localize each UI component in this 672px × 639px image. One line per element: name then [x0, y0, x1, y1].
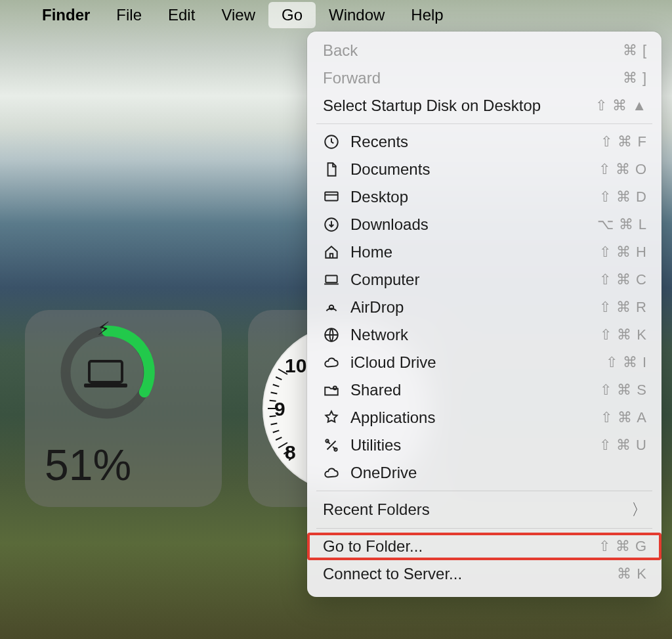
laptop-icon: [83, 357, 129, 390]
menu-item-shared[interactable]: Shared ⇧ ⌘ S: [307, 376, 662, 404]
menu-item-downloads[interactable]: Downloads ⌥ ⌘ L: [307, 211, 662, 238]
menu-label: iCloud Drive: [350, 353, 606, 372]
menu-item-startup-disk[interactable]: Select Startup Disk on Desktop ⇧ ⌘ ▲: [307, 92, 662, 120]
menu-edit[interactable]: Edit: [155, 2, 208, 28]
menu-shortcut: ⇧ ⌘ G: [598, 538, 647, 555]
menu-label: Utilities: [350, 436, 599, 454]
download-icon: [323, 216, 345, 233]
menu-shortcut: ⇧ ⌘ U: [599, 437, 647, 454]
menu-shortcut: ⇧ ⌘ D: [599, 188, 647, 206]
menu-shortcut: ⇧ ⌘ K: [600, 326, 647, 343]
menu-view[interactable]: View: [208, 2, 268, 28]
menu-item-applications[interactable]: Applications ⇧ ⌘ A: [307, 404, 662, 431]
menu-shortcut: ⇧ ⌘ F: [600, 133, 647, 150]
menu-shortcut: ⌘ ]: [623, 70, 647, 87]
menu-shortcut: ⌘ [: [623, 42, 647, 59]
chevron-right-icon: 〉: [631, 499, 647, 520]
menu-item-recent-folders[interactable]: Recent Folders 〉: [307, 495, 662, 524]
menu-shortcut: ⇧ ⌘ O: [598, 161, 647, 178]
menu-item-airdrop[interactable]: AirDrop ⇧ ⌘ R: [307, 294, 662, 321]
menu-label: Back: [323, 41, 623, 60]
airdrop-icon: [323, 299, 345, 316]
menu-label: OneDrive: [350, 464, 647, 482]
computer-icon: [323, 271, 345, 288]
clock-numeral: 9: [274, 398, 285, 420]
menu-item-go-to-folder[interactable]: Go to Folder... ⇧ ⌘ G: [307, 533, 662, 560]
svg-line-8: [273, 385, 280, 387]
cloud-icon: [323, 354, 345, 371]
svg-rect-2: [84, 384, 127, 387]
onedrive-icon: [323, 464, 345, 481]
menu-item-onedrive[interactable]: OneDrive: [307, 459, 662, 487]
menu-item-forward: Forward ⌘ ]: [307, 64, 662, 92]
menu-item-home[interactable]: Home ⇧ ⌘ H: [307, 238, 662, 266]
svg-line-12: [276, 437, 282, 440]
menu-separator: [316, 123, 652, 124]
menu-label: Forward: [323, 69, 623, 87]
battery-percent: 51%: [45, 440, 131, 490]
menu-label: Network: [350, 326, 600, 344]
svg-line-11: [273, 430, 280, 432]
menu-shortcut: ⇧ ⌘ H: [599, 244, 647, 261]
go-menu-dropdown: Back ⌘ [ Forward ⌘ ] Select Startup Disk…: [307, 32, 662, 597]
menu-file[interactable]: File: [103, 2, 155, 28]
home-icon: [323, 244, 345, 261]
menu-shortcut: ⇧ ⌘ I: [606, 354, 647, 371]
menu-item-utilities[interactable]: Utilities ⇧ ⌘ U: [307, 431, 662, 459]
menu-shortcut: ⇧ ⌘ A: [600, 409, 647, 426]
clock-numeral: 8: [285, 441, 296, 464]
menu-label: Recents: [350, 133, 600, 151]
clock-numeral: 10: [285, 355, 306, 377]
menu-item-recents[interactable]: Recents ⇧ ⌘ F: [307, 128, 662, 156]
menu-label: Downloads: [350, 215, 597, 234]
menu-item-network[interactable]: Network ⇧ ⌘ K: [307, 321, 662, 349]
menu-label: Documents: [350, 160, 598, 179]
menu-shortcut: ⌘ K: [617, 565, 647, 583]
battery-widget[interactable]: ⚡︎ 51%: [25, 310, 222, 507]
bolt-icon: ⚡︎: [97, 318, 110, 340]
menu-shortcut: ⌥ ⌘ L: [597, 216, 647, 233]
svg-line-7: [271, 392, 278, 393]
menu-separator: [316, 491, 652, 491]
document-icon: [323, 161, 345, 178]
applications-icon: [323, 409, 345, 426]
menu-shortcut: ⇧ ⌘ S: [600, 382, 647, 399]
menu-label: Select Startup Disk on Desktop: [323, 97, 595, 115]
svg-point-22: [333, 386, 337, 389]
menu-item-icloud[interactable]: iCloud Drive ⇧ ⌘ I: [307, 349, 662, 376]
menu-go[interactable]: Go: [268, 2, 316, 28]
svg-rect-17: [325, 192, 338, 200]
svg-line-3: [271, 423, 278, 424]
svg-rect-19: [326, 276, 337, 283]
menu-label: Shared: [350, 381, 600, 399]
menu-shortcut: ⇧ ⌘ ▲: [595, 97, 647, 114]
menu-item-back: Back ⌘ [: [307, 37, 662, 64]
menu-item-connect-to-server[interactable]: Connect to Server... ⌘ K: [307, 560, 662, 588]
menu-label: Connect to Server...: [323, 565, 617, 583]
menu-item-computer[interactable]: Computer ⇧ ⌘ C: [307, 266, 662, 294]
desktop-icon: [323, 188, 345, 206]
menu-help[interactable]: Help: [398, 2, 456, 28]
menu-item-documents[interactable]: Documents ⇧ ⌘ O: [307, 156, 662, 183]
menu-shortcut: ⇧ ⌘ C: [599, 271, 647, 288]
menu-separator: [316, 528, 652, 529]
svg-line-9: [276, 377, 282, 380]
menubar: Finder File Edit View Go Window Help: [0, 0, 672, 30]
menu-item-desktop[interactable]: Desktop ⇧ ⌘ D: [307, 183, 662, 211]
menu-label: Home: [350, 243, 599, 261]
menu-label: Applications: [350, 408, 600, 427]
utilities-icon: [323, 437, 345, 454]
app-menu[interactable]: Finder: [29, 2, 103, 28]
menu-shortcut: ⇧ ⌘ R: [599, 299, 647, 316]
clock-icon: [323, 133, 345, 150]
menu-label: Desktop: [350, 188, 599, 206]
svg-rect-1: [89, 361, 122, 382]
menu-label: Recent Folders: [323, 500, 631, 519]
menu-label: Go to Folder...: [323, 537, 598, 556]
network-icon: [323, 326, 345, 343]
shared-folder-icon: [323, 382, 345, 399]
menu-window[interactable]: Window: [316, 2, 398, 28]
menu-label: Computer: [350, 271, 599, 289]
menu-label: AirDrop: [350, 298, 599, 317]
